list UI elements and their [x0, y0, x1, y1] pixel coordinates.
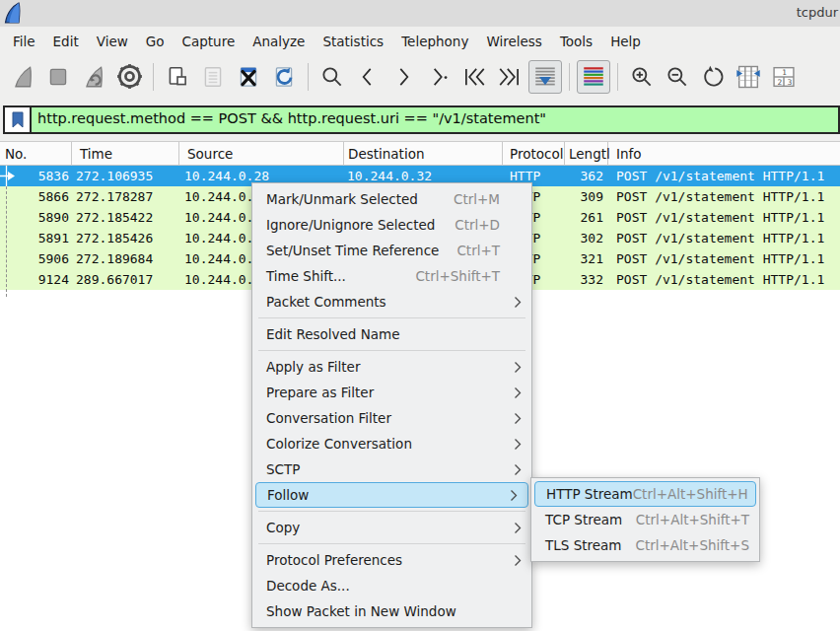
column-header-info[interactable]: Info: [608, 142, 840, 166]
menu-wireless[interactable]: Wireless: [477, 30, 551, 53]
menu-item-sctp[interactable]: SCTP: [252, 456, 531, 482]
layout-button[interactable]: 1 2 3: [767, 60, 801, 94]
packet-no: 5906: [16, 251, 69, 266]
file-open-button[interactable]: [161, 60, 194, 94]
packet-no: 9124: [16, 272, 69, 287]
file-reload-button[interactable]: [267, 60, 301, 94]
packet-info: POST /v1/statement HTTP/1.1: [616, 231, 824, 245]
shortcut: Ctrl+M: [454, 191, 522, 207]
toolbar-separator: [308, 63, 309, 91]
menu-tools[interactable]: Tools: [551, 30, 601, 53]
zoom-in-button[interactable]: [625, 60, 659, 94]
menu-item-prepare-as-filter[interactable]: Prepare as Filter: [252, 380, 531, 405]
toolbar-separator: [569, 63, 570, 91]
packet-info: POST /v1/statement HTTP/1.1: [616, 251, 824, 266]
filter-bar: http.request.method == POST && http.requ…: [0, 98, 840, 141]
file-close-button[interactable]: [232, 60, 265, 94]
toolbar-separator: [617, 63, 618, 91]
zoom-out-button[interactable]: [661, 60, 694, 94]
menu-item-conversation-filter[interactable]: Conversation Filter: [252, 405, 531, 431]
menu-telephony[interactable]: Telephony: [392, 30, 477, 53]
menu-capture[interactable]: Capture: [174, 30, 245, 53]
menu-analyze[interactable]: Analyze: [244, 30, 314, 53]
shark-fin-icon: [10, 64, 35, 90]
menu-item-decode-as[interactable]: Decode As...: [252, 573, 531, 598]
window-title: tcpdur: [797, 5, 838, 20]
submenu-arrow-icon: [514, 463, 522, 476]
packet-info: POST /v1/statement HTTP/1.1: [616, 169, 824, 183]
menu-help[interactable]: Help: [601, 30, 650, 53]
display-filter-input[interactable]: http.request.method == POST && http.requ…: [32, 107, 838, 132]
packet-list-header: No. Time Source Destination Protocol Len…: [0, 141, 840, 166]
auto-scroll-icon: [532, 64, 558, 90]
capture-restart-button[interactable]: [77, 60, 110, 94]
menu-item-colorize-conversation[interactable]: Colorize Conversation: [252, 431, 531, 456]
column-header-time[interactable]: Time: [72, 142, 179, 166]
capture-stop-button[interactable]: [41, 60, 75, 94]
packet-time: 272.189684: [76, 251, 153, 266]
file-save-button[interactable]: [196, 60, 230, 94]
capture-options-button[interactable]: [112, 60, 146, 94]
resize-columns-button[interactable]: [732, 60, 765, 94]
follow-submenu: HTTP Stream Ctrl+Alt+Shift+H TCP Stream …: [530, 477, 760, 562]
menu-item-ignore-unignore[interactable]: Ignore/Unignore Selected Ctrl+D: [252, 212, 531, 238]
colorize-packets-button[interactable]: [577, 60, 610, 94]
submenu-item-http-stream[interactable]: HTTP Stream Ctrl+Alt+Shift+H: [534, 481, 756, 507]
packet-no: 5836: [16, 169, 69, 183]
resize-columns-icon: [735, 63, 762, 91]
menu-item-apply-as-filter[interactable]: Apply as Filter: [252, 354, 531, 380]
menu-item-copy[interactable]: Copy: [252, 515, 531, 540]
close-file-icon: [236, 64, 261, 90]
packet-destination: 10.244.0.32: [347, 169, 432, 183]
packet-time: 272.185422: [76, 210, 153, 225]
go-last-icon: [497, 64, 523, 90]
packet-time: 272.185426: [76, 231, 153, 245]
menu-item-edit-resolved-name[interactable]: Edit Resolved Name: [252, 321, 531, 347]
first-packet-button[interactable]: [457, 60, 491, 94]
next-packet-button[interactable]: [386, 60, 420, 94]
menu-item-packet-comments[interactable]: Packet Comments: [252, 289, 531, 315]
shortcut: Ctrl+D: [455, 217, 522, 233]
packet-protocol: HTTP: [510, 169, 540, 183]
go-to-packet-button[interactable]: [422, 60, 455, 94]
submenu-arrow-icon: [514, 296, 522, 309]
menu-item-mark-unmark[interactable]: Mark/Unmark Selected Ctrl+M: [252, 186, 531, 212]
stop-square-icon: [45, 64, 71, 90]
gear-icon: [116, 63, 143, 90]
submenu-item-tls-stream[interactable]: TLS Stream Ctrl+Alt+Shift+S: [531, 532, 759, 558]
find-packet-button[interactable]: [315, 60, 349, 94]
menu-item-protocol-preferences[interactable]: Protocol Preferences: [252, 547, 531, 573]
toolbar-separator: [153, 63, 154, 91]
menu-item-follow[interactable]: Follow: [255, 482, 528, 508]
search-icon: [319, 64, 345, 90]
menu-view[interactable]: View: [88, 30, 137, 53]
menu-edit[interactable]: Edit: [44, 30, 88, 53]
shortcut: Ctrl+Alt+Shift+T: [636, 512, 749, 527]
submenu-item-tcp-stream[interactable]: TCP Stream Ctrl+Alt+Shift+T: [531, 507, 759, 532]
packet-no: 5891: [16, 231, 69, 245]
column-header-protocol[interactable]: Protocol: [503, 142, 565, 166]
chevron-right-dot-icon: [426, 64, 452, 90]
auto-scroll-button[interactable]: [528, 60, 562, 94]
bookmark-icon: [11, 111, 25, 128]
column-header-length[interactable]: Lengtl: [565, 142, 608, 166]
menu-go[interactable]: Go: [137, 30, 174, 53]
column-header-no[interactable]: No.: [0, 142, 72, 166]
menu-file[interactable]: File: [4, 30, 44, 53]
packet-length: 309: [545, 189, 603, 204]
last-packet-button[interactable]: [493, 60, 526, 94]
submenu-arrow-icon: [514, 412, 522, 425]
menu-item-show-packet-new-window[interactable]: Show Packet in New Window: [252, 598, 531, 624]
column-header-source[interactable]: Source: [179, 142, 344, 166]
previous-packet-button[interactable]: [351, 60, 385, 94]
menu-item-time-reference[interactable]: Set/Unset Time Reference Ctrl+T: [252, 238, 531, 263]
filter-bookmark-button[interactable]: [5, 107, 32, 132]
packet-no: 5890: [16, 210, 69, 225]
capture-start-button[interactable]: [6, 60, 39, 94]
zoom-reset-button[interactable]: [696, 60, 730, 94]
menu-statistics[interactable]: Statistics: [314, 30, 392, 53]
menu-item-time-shift[interactable]: Time Shift... Ctrl+Shift+T: [252, 263, 531, 289]
save-file-icon: [200, 64, 226, 90]
column-header-destination[interactable]: Destination: [344, 142, 503, 166]
packet-length: 261: [545, 210, 603, 225]
